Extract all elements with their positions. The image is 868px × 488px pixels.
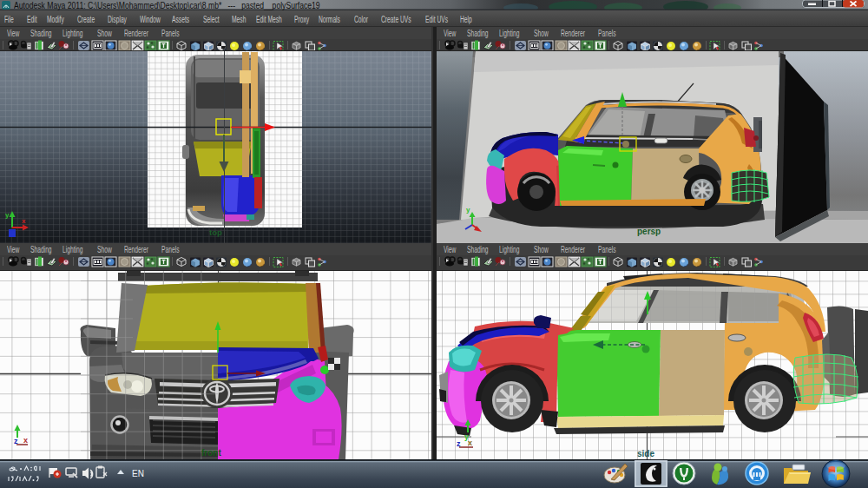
svg-text:x: x bbox=[22, 217, 26, 225]
svg-text:front: front bbox=[201, 448, 221, 458]
svg-text:y: y bbox=[466, 206, 470, 214]
svg-text:EN: EN bbox=[132, 469, 144, 478]
svg-text:side: side bbox=[637, 449, 654, 458]
svg-text:persp: persp bbox=[637, 227, 661, 236]
svg-text:x: x bbox=[23, 436, 28, 445]
svg-text:top: top bbox=[209, 228, 222, 237]
svg-text:y: y bbox=[5, 211, 10, 219]
svg-text:x: x bbox=[468, 439, 472, 447]
